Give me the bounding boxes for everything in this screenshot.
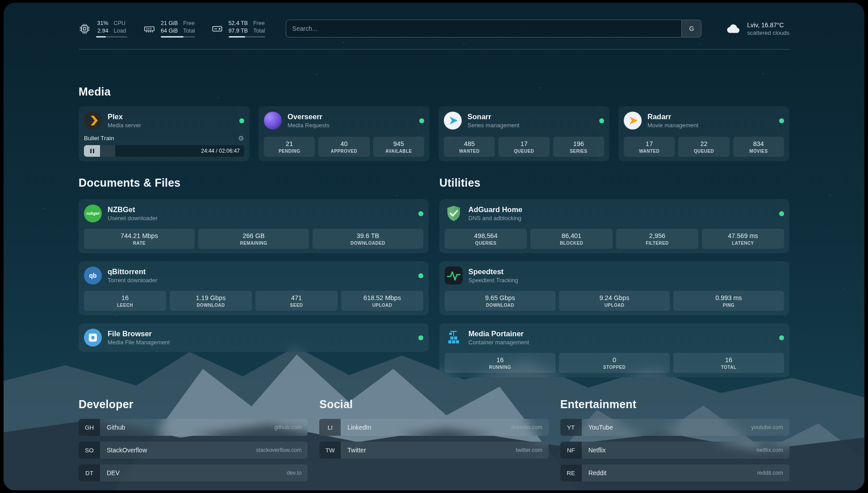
overseerr-desc: Media Requests — [288, 122, 330, 129]
qbittorrent-stat-seed: 471SEED — [255, 291, 338, 311]
service-card-overseerr[interactable]: Overseerr Media Requests 21PENDING 40APP… — [259, 106, 430, 161]
dev-domain: dev.to — [287, 470, 308, 476]
memory-label1: Free — [183, 20, 195, 27]
linkedin-name: LinkedIn — [341, 424, 371, 431]
memory-icon — [143, 23, 155, 35]
utilities-section-title: Utilities — [439, 176, 789, 189]
media-section-title: Media — [79, 85, 789, 98]
plex-playback-time: 24:44 / 02:06:47 — [201, 148, 244, 154]
nzbget-stat-rate: 744.21 MbpsRATE — [84, 229, 195, 249]
radarr-stat-wanted: 17WANTED — [624, 137, 675, 157]
entertainment-group-title: Entertainment — [560, 398, 789, 411]
section-documents: Documents & Files nzbget NZBGet Usenet d… — [79, 176, 429, 377]
portainer-stat-running: 16RUNNING — [445, 353, 555, 373]
qbittorrent-stat-leech: 16LEECH — [84, 291, 166, 311]
youtube-abbr: YT — [560, 419, 582, 436]
service-card-sonarr[interactable]: Sonarr Series management 485WANTED 17QUE… — [438, 106, 609, 161]
weather-widget: Lviv, 16.87°C scattered clouds — [726, 21, 789, 37]
plex-player-progress: 24:44 / 02:06:47 — [84, 145, 244, 157]
bookmark-github[interactable]: GH Github github.com — [79, 419, 308, 436]
sonarr-stat-series: 196SERIES — [553, 137, 604, 157]
linkedin-abbr: LI — [319, 419, 341, 436]
overseerr-stat-pending: 21PENDING — [264, 137, 315, 157]
memory-total-value: 64 GiB — [161, 27, 178, 34]
sonarr-status-dot — [599, 118, 604, 123]
bookmark-group-social: Social LI LinkedIn linkedin.com TW Twitt… — [319, 398, 548, 481]
weather-location-temp: Lviv, 16.87°C — [747, 21, 789, 29]
github-name: Github — [100, 424, 125, 431]
twitter-name: Twitter — [341, 447, 366, 454]
service-card-plex[interactable]: Plex Media server Bullet Train ⚙ 24:44 /… — [79, 106, 250, 161]
portainer-stat-stopped: 0STOPPED — [559, 353, 670, 373]
qbittorrent-stat-download: 1.19 GbpsDOWNLOAD — [170, 291, 252, 311]
social-group-title: Social — [319, 398, 548, 411]
disk-label2: Total — [253, 27, 265, 34]
cpu-label2: Load — [114, 27, 127, 34]
top-bar: 31% CPU 2.94 Load 21 GiB Free — [79, 20, 789, 38]
plex-settings-gear-icon[interactable]: ⚙ — [238, 135, 244, 142]
dev-name: DEV — [100, 469, 120, 476]
documents-section-title: Documents & Files — [79, 176, 429, 189]
cloud-icon — [726, 21, 742, 37]
weather-condition: scattered clouds — [747, 29, 789, 36]
qbittorrent-desc: Torrent downloader — [108, 277, 157, 284]
disk-free-value: 52.4 TB — [229, 20, 248, 27]
service-card-adguard[interactable]: AdGuard Home DNS and adblocking 498,564Q… — [439, 199, 789, 253]
plex-name: Plex — [108, 113, 141, 121]
adguard-desc: DNS and adblocking — [468, 215, 522, 221]
plex-pause-button[interactable] — [84, 145, 100, 157]
service-card-filebrowser[interactable]: File Browser Media File Management — [79, 323, 429, 352]
section-utilities: Utilities AdGuard Home DNS and adblockin… — [439, 176, 789, 377]
speedtest-stat-upload: 9.24 GbpsUPLOAD — [559, 291, 670, 311]
adguard-stat-latency: 47.569 msLATENCY — [702, 229, 784, 249]
stackoverflow-domain: stackoverflow.com — [256, 447, 308, 453]
youtube-name: YouTube — [582, 424, 613, 431]
service-card-speedtest[interactable]: Speedtest Speedtest Tracking 9.65 GbpsDO… — [439, 261, 789, 315]
disk-widget: 52.4 TB Free 97.9 TB Total — [211, 20, 265, 38]
github-domain: github.com — [274, 424, 308, 430]
bookmark-dev[interactable]: DT DEV dev.to — [79, 464, 308, 481]
overseerr-stat-available: 945AVAILABLE — [373, 137, 424, 157]
twitter-domain: twitter.com — [516, 447, 549, 453]
nzbget-desc: Usenet downloader — [108, 215, 158, 221]
memory-free-value: 21 GiB — [161, 20, 178, 27]
service-card-qbittorrent[interactable]: qb qBittorrent Torrent downloader 16LEEC… — [79, 261, 429, 315]
search-input[interactable] — [286, 20, 702, 38]
bookmark-stackoverflow[interactable]: SO StackOverflow stackoverflow.com — [79, 442, 308, 459]
filebrowser-name: File Browser — [108, 330, 170, 338]
section-media: Media Plex Media server — [79, 85, 789, 161]
disk-progress-track — [229, 36, 265, 38]
service-card-radarr[interactable]: Radarr Movie management 17WANTED 22QUEUE… — [618, 106, 789, 161]
bookmark-linkedin[interactable]: LI LinkedIn linkedin.com — [319, 419, 548, 436]
plex-now-playing: Bullet Train — [84, 135, 114, 142]
radarr-stat-queued: 22QUEUED — [678, 137, 729, 157]
filebrowser-desc: Media File Management — [108, 339, 170, 346]
cpu-progress-fill — [96, 36, 106, 38]
cpu-progress-track — [96, 36, 127, 38]
portainer-name: Media Portainer — [468, 330, 529, 338]
portainer-icon — [445, 329, 463, 347]
bookmark-youtube[interactable]: YT YouTube youtube.com — [560, 419, 789, 436]
overseerr-stat-approved: 40APPROVED — [318, 137, 369, 157]
radarr-name: Radarr — [647, 113, 698, 121]
twitter-abbr: TW — [319, 442, 341, 459]
service-card-nzbget[interactable]: nzbget NZBGet Usenet downloader 744.21 M… — [79, 199, 429, 253]
bookmark-reddit[interactable]: RE Reddit reddit.com — [560, 464, 789, 481]
stackoverflow-abbr: SO — [79, 442, 100, 459]
memory-label2: Total — [183, 27, 195, 34]
qbittorrent-name: qBittorrent — [108, 267, 157, 276]
service-card-portainer[interactable]: Media Portainer Container management 16R… — [439, 323, 789, 377]
sonarr-stat-queued: 17QUEUED — [498, 137, 549, 157]
search-provider-button[interactable]: G — [681, 20, 701, 37]
topbar-divider — [79, 49, 789, 50]
overseerr-icon — [264, 112, 282, 130]
radarr-status-dot — [779, 118, 784, 123]
netflix-name: Netflix — [582, 447, 606, 454]
dev-abbr: DT — [79, 464, 100, 481]
radarr-stat-movies: 834MOVIES — [733, 137, 784, 157]
nzbget-name: NZBGet — [108, 205, 158, 213]
nzbget-status-dot — [418, 211, 423, 216]
bookmark-netflix[interactable]: NF Netflix netflix.com — [560, 442, 789, 459]
bookmark-twitter[interactable]: TW Twitter twitter.com — [319, 442, 548, 459]
netflix-domain: netflix.com — [756, 447, 789, 453]
